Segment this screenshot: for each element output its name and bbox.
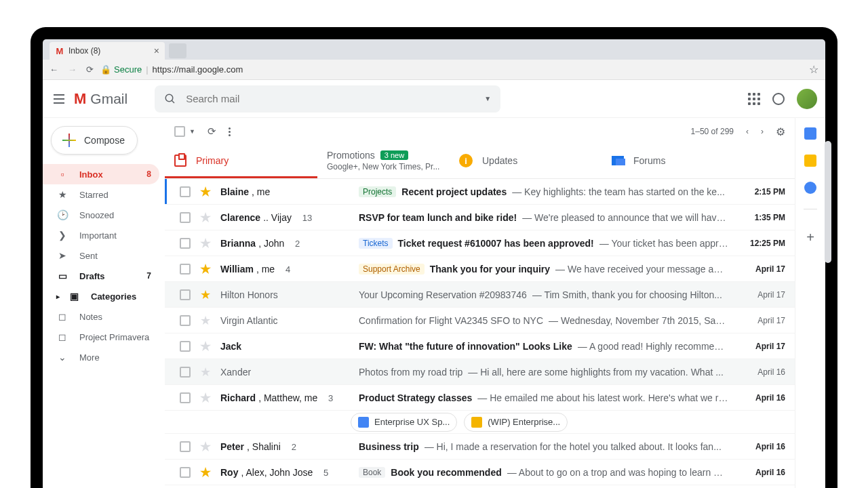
compose-button[interactable]: Compose bbox=[51, 126, 138, 155]
close-icon[interactable]: × bbox=[154, 46, 159, 56]
sender: Peter, Shalini 2 bbox=[220, 441, 349, 452]
row-checkbox[interactable] bbox=[180, 212, 191, 223]
search-input[interactable] bbox=[186, 93, 484, 104]
search-options-icon[interactable]: ▼ bbox=[484, 95, 491, 102]
addons-plus-icon[interactable]: + bbox=[806, 230, 814, 245]
sidebar-item-more[interactable]: ⌄More bbox=[43, 347, 159, 367]
back-icon[interactable]: ← bbox=[50, 64, 58, 75]
forward-icon[interactable]: → bbox=[68, 64, 77, 75]
star-icon[interactable]: ★ bbox=[200, 184, 211, 199]
row-checkbox[interactable] bbox=[180, 186, 191, 197]
doc-icon bbox=[471, 417, 482, 428]
gmail-favicon: M bbox=[55, 46, 64, 56]
tab-primary[interactable]: Primary bbox=[165, 145, 317, 178]
sender: Xander bbox=[220, 367, 349, 378]
row-checkbox[interactable] bbox=[180, 441, 191, 452]
tab-updates[interactable]: i Updates bbox=[450, 145, 602, 178]
apps-grid-icon[interactable] bbox=[748, 93, 760, 105]
more-icon[interactable] bbox=[229, 127, 231, 136]
star-icon[interactable]: ★ bbox=[200, 339, 211, 354]
message-list[interactable]: ★Blaine, meProjectsRecent project update… bbox=[165, 179, 795, 488]
star-icon[interactable]: ★ bbox=[200, 287, 211, 302]
sidebar-item-snoozed[interactable]: 🕑Snoozed bbox=[43, 205, 159, 225]
message-row[interactable]: ★JackFW: What "the future of innovation"… bbox=[165, 333, 795, 359]
row-checkbox[interactable] bbox=[180, 315, 191, 326]
message-row[interactable]: ★Roy, Alex, John Jose 5BookBook you reco… bbox=[165, 460, 795, 485]
sidebar-item-categories[interactable]: ▸▣Categories bbox=[43, 286, 159, 306]
row-checkbox[interactable] bbox=[180, 392, 191, 403]
toolbar: ▼ ⟳ 1–50 of 299 ‹ › ⚙ bbox=[165, 118, 795, 145]
next-page-icon[interactable]: › bbox=[761, 127, 764, 136]
url-text: https://mail.google.com bbox=[153, 64, 243, 75]
sender: Blaine, me bbox=[220, 186, 349, 197]
select-all-checkbox[interactable] bbox=[174, 126, 185, 137]
row-checkbox[interactable] bbox=[180, 289, 191, 300]
prev-page-icon[interactable]: ‹ bbox=[746, 127, 749, 136]
message-row[interactable]: ★Richard, Matthew, me 3Product Strategy … bbox=[165, 385, 795, 411]
message-content: FW: What "the future of innovation" Look… bbox=[359, 341, 728, 352]
attachment-chip[interactable]: (WIP) Enterprise... bbox=[464, 413, 568, 432]
row-checkbox[interactable] bbox=[180, 264, 191, 274]
pager-text: 1–50 of 299 bbox=[691, 127, 734, 136]
star-icon[interactable]: ★ bbox=[200, 313, 211, 328]
attachment-chip[interactable]: Enterprise UX Sp... bbox=[351, 413, 457, 432]
account-ring-icon[interactable] bbox=[772, 93, 785, 105]
star-icon[interactable]: ★ bbox=[200, 390, 211, 405]
star-icon[interactable]: ★ bbox=[200, 439, 211, 454]
scrollbar[interactable] bbox=[825, 141, 831, 263]
updates-icon: i bbox=[459, 154, 473, 167]
reload-icon[interactable]: ⟳ bbox=[86, 64, 94, 75]
message-row[interactable]: ★Virgin AtlanticConfirmation for Flight … bbox=[165, 308, 795, 333]
message-row[interactable]: ★XanderPhotos from my road trip — Hi all… bbox=[165, 359, 795, 385]
star-icon[interactable]: ★ bbox=[200, 465, 211, 480]
gear-icon[interactable]: ⚙ bbox=[776, 125, 785, 138]
star-icon[interactable]: ★ bbox=[200, 365, 211, 380]
timestamp: April 16 bbox=[738, 468, 785, 477]
sidebar-item-drafts[interactable]: ▭Drafts7 bbox=[43, 266, 159, 286]
sidebar-item-notes[interactable]: ◻Notes bbox=[43, 306, 159, 327]
lock-icon: 🔒Secure bbox=[100, 64, 142, 75]
search-icon[interactable] bbox=[164, 93, 176, 105]
address-bar: ← → ⟳ 🔒Secure | https://mail.google.com … bbox=[43, 60, 825, 80]
avatar[interactable] bbox=[797, 89, 817, 109]
calendar-icon[interactable] bbox=[804, 127, 816, 140]
hamburger-menu-icon[interactable] bbox=[51, 91, 67, 107]
sidebar: Compose ▫Inbox8★Starred🕑Snoozed❯Importan… bbox=[43, 118, 165, 488]
tab-forums[interactable]: Forums bbox=[602, 145, 755, 178]
send-icon: ➤ bbox=[56, 250, 68, 261]
message-row[interactable]: ★William, me 4Support ArchiveThank you f… bbox=[165, 256, 795, 282]
select-dropdown-icon[interactable]: ▼ bbox=[189, 128, 195, 135]
row-checkbox[interactable] bbox=[180, 467, 191, 478]
refresh-icon[interactable]: ⟳ bbox=[208, 125, 216, 138]
new-tab-button[interactable] bbox=[169, 43, 186, 58]
star-icon[interactable]: ★ bbox=[200, 262, 211, 277]
row-checkbox[interactable] bbox=[180, 367, 191, 378]
label-icon: ◻ bbox=[56, 331, 68, 342]
row-checkbox[interactable] bbox=[180, 238, 191, 249]
inbox-icon: ▫ bbox=[56, 169, 68, 180]
gmail-logo[interactable]: M Gmail bbox=[74, 90, 127, 108]
star-icon[interactable]: ★ bbox=[200, 236, 211, 251]
message-content: ProjectsRecent project updates — Key hig… bbox=[359, 186, 728, 197]
sender: Clarence .. Vijay 13 bbox=[220, 212, 349, 223]
keep-icon[interactable] bbox=[804, 155, 816, 167]
row-checkbox[interactable] bbox=[180, 341, 191, 352]
message-row[interactable]: ★Hilton HonorsYour Upcoming Reservation … bbox=[165, 282, 795, 308]
message-row[interactable]: ★Blaine, meProjectsRecent project update… bbox=[165, 179, 795, 205]
message-row[interactable]: ★Peter, Shalini 2Business trip — Hi, I m… bbox=[165, 434, 795, 460]
bookmark-star-icon[interactable]: ☆ bbox=[809, 63, 818, 76]
doc-icon bbox=[358, 417, 369, 428]
message-row[interactable]: ★Brianna, John 2TicketsTicket request #6… bbox=[165, 230, 795, 256]
sidebar-item-sent[interactable]: ➤Sent bbox=[43, 245, 159, 266]
sidebar-item-inbox[interactable]: ▫Inbox8 bbox=[43, 164, 159, 184]
url-field[interactable]: 🔒Secure | https://mail.google.com bbox=[100, 64, 802, 75]
sidebar-item-project-primavera[interactable]: ◻Project Primavera bbox=[43, 327, 159, 347]
sidebar-item-important[interactable]: ❯Important bbox=[43, 225, 159, 245]
tab-promotions[interactable]: Promotions 3 new Google+, New York Times… bbox=[317, 145, 450, 178]
sidebar-item-starred[interactable]: ★Starred bbox=[43, 184, 159, 205]
tasks-icon[interactable] bbox=[804, 182, 816, 194]
browser-tab[interactable]: M Inbox (8) × bbox=[50, 42, 165, 60]
search-box[interactable]: ▼ bbox=[155, 85, 500, 113]
message-row[interactable]: ★Clarence .. Vijay 13RSVP for team lunch… bbox=[165, 205, 795, 230]
star-icon[interactable]: ★ bbox=[200, 210, 211, 225]
